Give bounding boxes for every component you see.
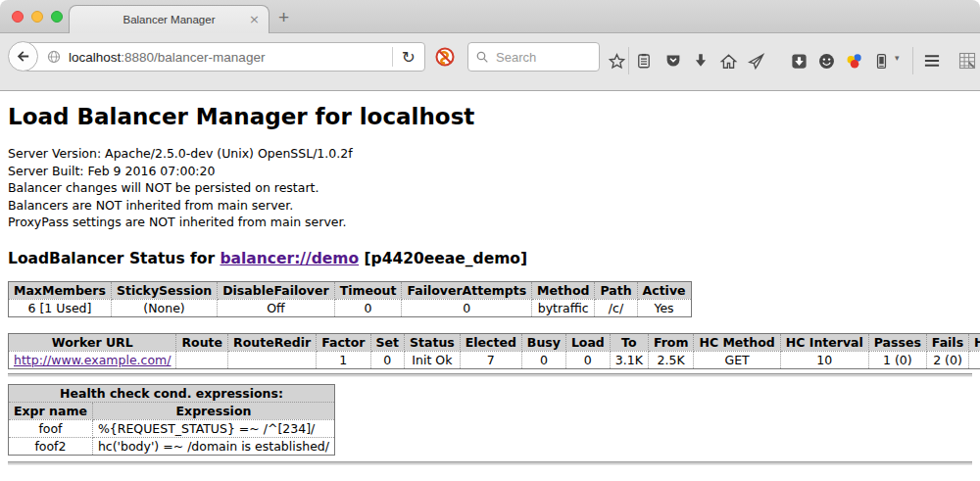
column-header: To [610,333,648,351]
column-header: HC uri [969,333,980,351]
cell-hc-method: GET [694,351,780,368]
tab-close-icon[interactable]: × [249,11,260,27]
section-divider [8,373,972,377]
server-built-line: Server Built: Feb 9 2016 07:00:20 [8,163,972,180]
cell-failoverattempts: 0 [402,299,532,316]
column-header: Timeout [334,281,402,299]
health-table-row: foof2 hc('body') =~ /domain is establish… [9,437,335,455]
column-header: Active [637,281,691,299]
health-table-title-row: Health check cond. expressions: [9,384,335,402]
worker-table: Worker URL Route RouteRedir Factor Set S… [8,333,980,369]
smiley-icon [817,52,836,71]
column-header: Status [405,333,461,351]
cell-expr-name: foof2 [9,437,93,455]
column-header: Fails [926,333,968,351]
bookmark-star-button[interactable] [606,50,627,72]
reading-list-button[interactable] [633,50,655,72]
downloadhelper-icon [845,52,863,71]
browser-chrome: Balancer Manager × + localhost:8880/bala… [0,0,980,91]
column-header: Expression [92,402,334,419]
cell-disablefailover: Off [218,299,334,316]
navigation-toolbar: localhost:8880/balancer-manager ↻ [0,33,980,91]
back-icon [15,48,31,65]
cell-hc-interval: 10 [780,351,868,368]
worker-url-link[interactable]: http://www.example.com/ [14,353,171,367]
new-tab-button[interactable]: + [278,8,289,26]
home-button[interactable] [717,50,739,72]
clipboard-icon [635,52,653,70]
cell-maxmembers: 6 [1 Used] [9,299,112,316]
menu-button[interactable] [921,50,943,72]
page-content: Load Balancer Manager for localhost Serv… [0,104,980,465]
health-table-header-row: Expr name Expression [9,402,335,419]
noscript-addon-button[interactable] [434,46,456,68]
cell-fails: 2 (0) [926,351,968,368]
overflow-caret-icon[interactable]: ▾ [895,53,900,63]
downloads-button[interactable] [690,50,711,72]
column-header: HC Interval [780,333,868,351]
cell-from: 2.5K [648,351,694,368]
notice-line: Balancer changes will NOT be persisted o… [8,179,972,197]
cell-busy: 0 [521,351,565,368]
server-info: Server Version: Apache/2.5.0-dev (Unix) … [8,145,972,231]
search-input[interactable] [494,49,593,66]
cell-expression: %{REQUEST_STATUS} =~ /^[234]/ [92,419,334,437]
cell-hc-uri [969,351,980,368]
cell-expression: hc('body') =~ /domain is established/ [92,437,334,455]
send-button[interactable] [745,50,766,72]
downloadhelper-addon-button[interactable] [843,50,864,72]
grid-addon-button[interactable] [956,50,978,72]
pocket-button[interactable] [662,50,684,72]
feedback-smiley-button[interactable] [815,50,837,72]
cell-path: /c/ [595,299,637,316]
download-box-addon-button[interactable] [788,50,809,72]
worker-table-row: http://www.example.com/ 1 0 Init Ok 7 0 … [9,351,980,368]
balancer-link[interactable]: balancer://demo [220,250,359,267]
page-title: Load Balancer Manager for localhost [8,104,972,130]
column-header: Busy [521,333,565,351]
window-close-button[interactable] [12,11,24,23]
window-zoom-button[interactable] [51,11,63,23]
search-icon [474,49,490,65]
balancer-heading-suffix: [p4420eeae_demo] [359,250,527,267]
column-header: Load [565,333,610,351]
balancer-heading: LoadBalancer Status for balancer://demo … [8,250,972,267]
cell-method: bytraffic [532,299,595,316]
cell-worker-url: http://www.example.com/ [9,351,176,368]
device-icon [872,52,891,71]
cell-active: Yes [637,299,691,316]
cell-to: 3.1K [610,351,648,368]
column-header: Expr name [9,402,93,419]
noscript-icon [434,46,456,68]
worker-table-header-row: Worker URL Route RouteRedir Factor Set S… [9,333,980,351]
urlbar-text: localhost:8880/balancer-manager [69,50,392,65]
grid-icon [957,51,977,71]
site-identity-button[interactable] [46,49,62,65]
balancer-table: MaxMembers StickySession DisableFailover… [8,281,692,317]
home-icon [719,52,738,71]
urlbar[interactable]: localhost:8880/balancer-manager ↻ [24,42,425,72]
bottom-divider [8,461,972,465]
send-icon [747,52,765,71]
cell-stickysession: (None) [111,299,217,316]
menu-icon [922,51,942,71]
back-button[interactable] [8,41,38,72]
globe-icon [46,49,62,65]
cell-timeout: 0 [334,299,402,316]
downloads-icon [692,52,710,70]
column-header: StickySession [111,281,217,299]
column-header: From [648,333,694,351]
notice-line: Balancers are NOT inherited from main se… [8,197,972,215]
reload-button[interactable]: ↻ [401,48,415,67]
tab-balancer-manager[interactable]: Balancer Manager × [69,5,270,33]
column-header: Set [370,333,404,351]
search-bar[interactable] [467,42,600,72]
device-addon-button[interactable] [870,50,892,72]
balancer-table-header-row: MaxMembers StickySession DisableFailover… [9,281,692,299]
window-minimize-button[interactable] [31,11,43,23]
column-header: MaxMembers [9,281,112,299]
column-header: Method [532,281,595,299]
cell-elected: 7 [460,351,521,368]
url-domain: localhost [69,50,121,65]
balancer-heading-prefix: LoadBalancer Status for [8,250,220,267]
